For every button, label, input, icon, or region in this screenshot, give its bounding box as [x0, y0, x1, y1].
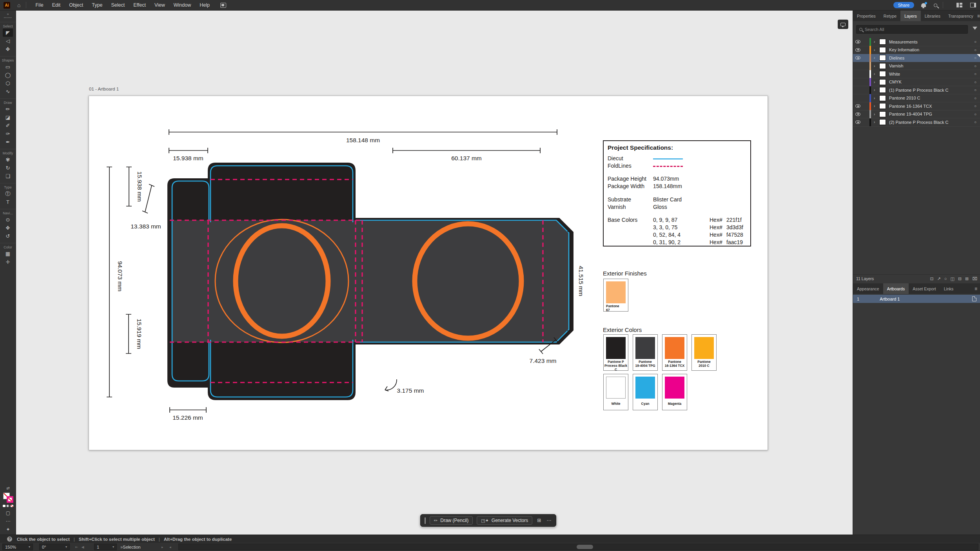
expand-toolbar-icon[interactable]: » [0, 11, 16, 16]
scrollbar-thumb[interactable] [577, 545, 593, 549]
generate-vectors-button[interactable]: ◳✦ Generate Vectors [477, 516, 532, 525]
tab-appearance[interactable]: Appearance [853, 283, 883, 294]
expand-layer-icon[interactable]: › [874, 120, 877, 124]
eraser-tool[interactable]: ◪ [3, 113, 13, 121]
tab-layers[interactable]: Layers [900, 11, 921, 21]
expand-layer-icon[interactable]: › [874, 80, 877, 84]
share-button[interactable]: Share [893, 2, 914, 8]
more-tools-icon[interactable]: ⋯ [0, 518, 16, 524]
color-mode-buttons[interactable] [0, 504, 16, 508]
app-logo[interactable]: Ai [4, 2, 10, 9]
taskbar-grip[interactable] [425, 517, 426, 524]
zoom-tool[interactable]: ⊙ [3, 216, 13, 224]
artboard-row[interactable]: 1 Artboard 1 [853, 295, 980, 303]
status-collapse-icon[interactable]: ◂ [169, 543, 171, 551]
comments-button[interactable] [838, 20, 848, 29]
tab-links[interactable]: Links [940, 283, 958, 294]
hand-tool[interactable]: ✥ [3, 224, 13, 232]
ellipse-tool[interactable]: ◯ [3, 71, 13, 79]
rectangle-tool[interactable]: ▭ [3, 63, 13, 71]
export-icon[interactable]: ↗ [937, 276, 941, 281]
menu-edit[interactable]: Edit [48, 0, 65, 11]
new-sublayer-icon[interactable]: ⊟ [958, 276, 962, 281]
panel-menu-icon[interactable]: ≡ [975, 283, 980, 294]
layer-target-icon[interactable]: ○ [974, 64, 976, 68]
menu-view[interactable]: View [150, 0, 169, 11]
expand-layer-icon[interactable]: › [874, 64, 877, 68]
visibility-eye-icon[interactable] [855, 48, 860, 52]
tab-transparency[interactable]: Transparency [944, 11, 977, 21]
layer-name[interactable]: Key Information [889, 47, 919, 52]
first-page-button[interactable]: ⇤◀ [75, 543, 84, 551]
layer-target-icon[interactable]: ○ [974, 112, 976, 116]
swap-fill-stroke-icon[interactable]: ⇄ [6, 486, 9, 490]
menu-select[interactable]: Select [107, 0, 129, 11]
tab-retype[interactable]: Retype [880, 11, 900, 21]
layer-target-icon[interactable]: ○ [974, 120, 976, 124]
tab-asset-export[interactable]: Asset Export [909, 283, 940, 294]
visibility-eye-icon[interactable] [855, 120, 860, 124]
expand-layer-icon[interactable]: › [874, 56, 877, 60]
visibility-eye-icon[interactable] [855, 56, 860, 60]
reference-image-icon[interactable]: ⊞ [536, 518, 542, 523]
new-layer-icon[interactable]: ⊞ [965, 276, 969, 281]
blob-brush-tool[interactable]: ✑ [3, 130, 13, 138]
width-tool[interactable]: ✾ [3, 156, 13, 164]
fill-stroke-indicator[interactable] [3, 493, 13, 503]
layer-name[interactable]: Pantone 19-4004 TPG [889, 112, 932, 116]
layer-row[interactable]: ›(1) Pantone P Process Black C○ [853, 86, 980, 94]
layer-target-icon[interactable]: ○ [974, 40, 976, 44]
make-clipping-mask-icon[interactable]: ◫ [950, 276, 954, 281]
expand-layer-icon[interactable]: › [874, 96, 877, 100]
document-canvas[interactable]: 01 - Artboard 1 [16, 11, 853, 535]
selection-tool[interactable]: ◤ [3, 29, 13, 37]
visibility-eye-icon[interactable] [855, 40, 860, 44]
polygon-tool[interactable]: ⬡ [3, 79, 13, 87]
layer-row[interactable]: ›Key Information○ [853, 46, 980, 54]
layer-row[interactable]: ›Pantone 16-1364 TCX○ [853, 102, 980, 111]
gradient-tool[interactable]: ▦ [3, 250, 13, 258]
layer-name[interactable]: White [889, 72, 900, 76]
layer-target-icon[interactable]: ○ [974, 48, 976, 52]
direct-selection-tool[interactable]: ◁ [3, 37, 13, 45]
help-icon[interactable]: ? [7, 536, 12, 542]
expand-layer-icon[interactable]: › [874, 40, 877, 44]
stroke-swatch[interactable] [7, 496, 13, 503]
tab-libraries[interactable]: Libraries [921, 11, 944, 21]
drawing-modes-icon[interactable]: ▢ [0, 510, 16, 516]
rotate-tool[interactable]: ↻ [3, 164, 13, 172]
expand-layer-icon[interactable]: › [874, 48, 877, 52]
layer-target-icon[interactable]: ○ [974, 56, 976, 60]
rotate-view-tool[interactable]: ↺ [3, 232, 13, 240]
type-tool[interactable]: T [3, 198, 13, 206]
layer-name[interactable]: Pantone 2010 C [889, 96, 920, 100]
taskbar-more-icon[interactable]: ⋯ [546, 518, 552, 523]
status-expand-icon[interactable]: ▸ [162, 543, 163, 551]
layer-name[interactable]: (2) Pantone P Process Black C [889, 120, 948, 125]
touch-type-tool[interactable]: Ⓣ [3, 190, 13, 198]
tab-properties[interactable]: Properties [853, 11, 880, 21]
zoom-level-select[interactable]: 150%▾ [2, 544, 33, 550]
layer-name[interactable]: Dielines [889, 56, 904, 60]
layer-name[interactable]: CMYK [889, 80, 902, 84]
visibility-eye-icon[interactable] [855, 112, 860, 116]
artboard-page-icon[interactable] [972, 296, 976, 301]
pencil-tool[interactable]: ✏ [3, 105, 13, 113]
layer-name[interactable]: Varnish [889, 63, 903, 68]
visibility-eye-icon[interactable] [855, 104, 860, 108]
layer-target-icon[interactable]: ○ [974, 80, 976, 84]
menu-file[interactable]: File [31, 0, 47, 11]
layer-row[interactable]: ›Dielines○ [853, 54, 980, 62]
menu-help[interactable]: Help [195, 0, 214, 11]
curvature-tool[interactable]: ∿ [3, 87, 13, 96]
filter-icon[interactable] [973, 27, 977, 30]
menu-window[interactable]: Window [169, 0, 195, 11]
layer-row[interactable]: ›(2) Pantone P Process Black C○ [853, 118, 980, 127]
group-selection-tool[interactable]: ✥ [3, 45, 13, 53]
layer-row[interactable]: ›Varnish○ [853, 62, 980, 71]
layer-name[interactable]: Measurements [889, 40, 918, 44]
menu-object[interactable]: Object [65, 0, 87, 11]
paintbrush-tool[interactable]: ✐ [3, 121, 13, 130]
expand-layer-icon[interactable]: › [874, 104, 877, 108]
menu-effect[interactable]: Effect [129, 0, 150, 11]
